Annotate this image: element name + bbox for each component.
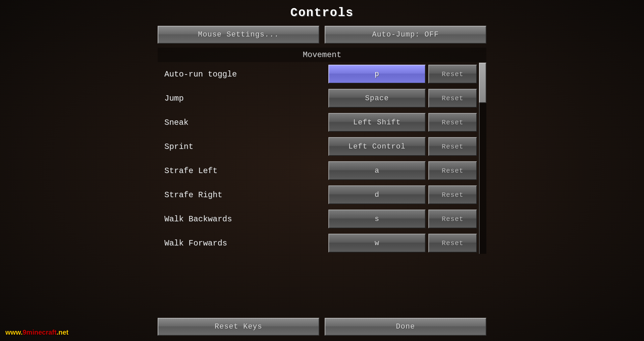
control-label-strafe-right: Strafe Right <box>158 190 328 200</box>
bottom-buttons-row: Reset Keys Done <box>158 318 486 336</box>
control-key-button-walk-forwards[interactable]: w <box>328 234 426 252</box>
reset-button-sprint[interactable]: Reset <box>428 137 477 156</box>
control-label-sprint: Sprint <box>158 142 328 151</box>
done-button[interactable]: Done <box>325 318 486 336</box>
control-row: JumpSpaceReset <box>158 87 477 110</box>
scrollbar-track[interactable] <box>479 63 486 254</box>
auto-jump-button[interactable]: Auto-Jump: OFF <box>325 26 486 44</box>
page-title: Controls <box>290 6 354 20</box>
top-buttons-row: Mouse Settings... Auto-Jump: OFF <box>158 26 486 44</box>
control-label-auto-run-toggle: Auto-run toggle <box>158 70 328 79</box>
control-key-button-strafe-right[interactable]: d <box>328 185 426 204</box>
control-row: Strafe RightdReset <box>158 183 477 206</box>
scrollbar-thumb[interactable] <box>479 63 486 103</box>
control-key-button-sneak[interactable]: Left Shift <box>328 113 426 132</box>
watermark-suffix: .net <box>57 329 69 336</box>
control-row: SprintLeft ControlReset <box>158 135 477 158</box>
controls-list: Auto-run togglepResetJumpSpaceResetSneak… <box>158 63 486 254</box>
controls-list-wrapper: Auto-run togglepResetJumpSpaceResetSneak… <box>158 63 486 254</box>
reset-button-jump[interactable]: Reset <box>428 89 477 108</box>
watermark-brand: 9minecraft <box>22 329 56 336</box>
control-key-button-jump[interactable]: Space <box>328 89 426 108</box>
control-row: Walk BackwardssReset <box>158 208 477 230</box>
reset-button-walk-backwards[interactable]: Reset <box>428 210 477 228</box>
reset-button-strafe-left[interactable]: Reset <box>428 161 477 180</box>
control-key-button-strafe-left[interactable]: a <box>328 161 426 180</box>
mouse-settings-button[interactable]: Mouse Settings... <box>158 26 319 44</box>
control-row: SneakLeft ShiftReset <box>158 111 477 134</box>
control-row: Walk ForwardswReset <box>158 232 477 254</box>
page-container: Controls Mouse Settings... Auto-Jump: OF… <box>0 0 644 341</box>
control-label-strafe-left: Strafe Left <box>158 166 328 175</box>
watermark-prefix: www. <box>5 329 22 336</box>
control-label-sneak: Sneak <box>158 118 328 127</box>
section-movement-header: Movement <box>158 48 486 62</box>
control-label-walk-backwards: Walk Backwards <box>158 215 328 224</box>
reset-button-auto-run-toggle[interactable]: Reset <box>428 65 477 83</box>
reset-button-strafe-right[interactable]: Reset <box>428 185 477 204</box>
reset-keys-button[interactable]: Reset Keys <box>158 318 319 336</box>
controls-area: Movement Auto-run togglepResetJumpSpaceR… <box>158 48 486 314</box>
control-label-jump: Jump <box>158 94 328 103</box>
reset-button-walk-forwards[interactable]: Reset <box>428 234 477 252</box>
control-row: Auto-run togglepReset <box>158 63 477 86</box>
reset-button-sneak[interactable]: Reset <box>428 113 477 132</box>
control-row: Strafe LeftaReset <box>158 159 477 182</box>
control-key-button-auto-run-toggle[interactable]: p <box>328 65 426 83</box>
watermark: www.9minecraft.net <box>5 329 68 336</box>
control-label-walk-forwards: Walk Forwards <box>158 239 328 248</box>
control-key-button-walk-backwards[interactable]: s <box>328 210 426 228</box>
control-key-button-sprint[interactable]: Left Control <box>328 137 426 156</box>
